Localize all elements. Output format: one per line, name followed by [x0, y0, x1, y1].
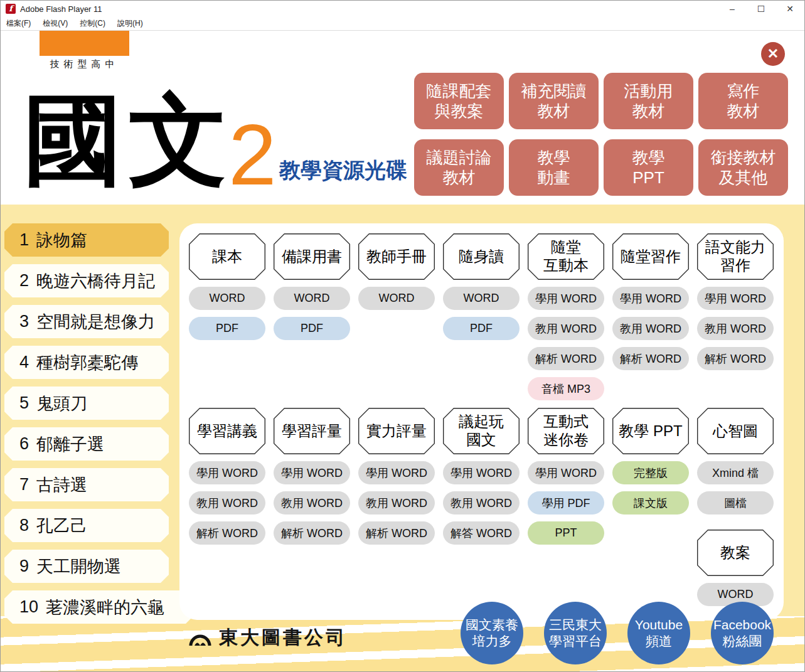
- file-button[interactable]: 教用 WORD: [697, 317, 774, 340]
- publisher-name: 東大圖書公司: [219, 625, 347, 651]
- column-teaching-ppt: 教學 PPT 完整版 課文版: [612, 408, 689, 606]
- file-button[interactable]: WORD: [358, 287, 435, 310]
- sidebar-item-lesson-8[interactable]: 8 孔乙己: [4, 509, 169, 542]
- sidebar-item-lesson-3[interactable]: 3 空間就是想像力: [4, 305, 169, 338]
- category-header-interactive-mini-quiz[interactable]: 互動式 迷你卷: [528, 408, 604, 454]
- file-button[interactable]: 學用 WORD: [189, 461, 265, 484]
- file-button[interactable]: PDF: [274, 317, 350, 340]
- sidebar-item-lesson-4[interactable]: 4 種樹郭橐駝傳: [4, 346, 169, 379]
- sidebar-item-lesson-1[interactable]: 1 詠物篇: [4, 223, 169, 257]
- file-button[interactable]: 學用 WORD: [274, 461, 350, 484]
- flash-player-icon: f: [6, 4, 16, 14]
- file-button[interactable]: PDF: [443, 317, 520, 340]
- file-button[interactable]: WORD: [189, 287, 265, 310]
- file-button[interactable]: 解析 WORD: [189, 521, 265, 545]
- file-button[interactable]: 完整版: [612, 461, 689, 484]
- file-button[interactable]: 學用 WORD: [528, 461, 604, 484]
- file-button[interactable]: 教用 WORD: [358, 491, 435, 515]
- file-button[interactable]: 教用 WORD: [612, 317, 689, 340]
- resource-group-bottom: 學習講義 學用 WORD 教用 WORD 解析 WORD 學習評量 學用 WOR…: [189, 408, 774, 606]
- link-chinese-literacy-button[interactable]: 國文素養 培力多: [461, 602, 523, 664]
- column-proficiency-assessment: 實力評量 學用 WORD 教用 WORD 解析 WORD: [358, 408, 435, 606]
- file-button[interactable]: 學用 WORD: [528, 287, 604, 310]
- close-window-button[interactable]: ✕: [776, 1, 804, 17]
- sidebar-item-lesson-2[interactable]: 2 晚遊六橋待月記: [4, 264, 169, 297]
- menu-file[interactable]: 檔案(F): [6, 18, 31, 29]
- file-button[interactable]: 教用 WORD: [443, 491, 520, 515]
- file-button[interactable]: PPT: [528, 521, 604, 545]
- lesson-sidebar: 1 詠物篇 2 晚遊六橋待月記 3 空間就是想像力 4 種樹郭橐駝傳 5 鬼頭刀…: [4, 223, 199, 631]
- sidebar-item-lesson-9[interactable]: 9 天工開物選: [4, 550, 169, 583]
- category-header-proficiency-assessment[interactable]: 實力評量: [358, 408, 435, 454]
- nav-issue-discussion-button[interactable]: 議題討論 教材: [414, 139, 504, 196]
- file-button[interactable]: 解析 WORD: [274, 521, 350, 545]
- link-learning-platform-button[interactable]: 三民東大 學習平台: [544, 602, 607, 664]
- file-button[interactable]: PDF: [189, 317, 265, 340]
- file-button[interactable]: 解析 WORD: [697, 347, 774, 370]
- file-button[interactable]: 解析 WORD: [358, 521, 435, 545]
- menu-view[interactable]: 檢視(V): [43, 18, 68, 29]
- link-facebook-page-button[interactable]: Facebook 粉絲團: [711, 602, 774, 664]
- category-header-teacher-manual[interactable]: 教師手冊: [358, 233, 435, 280]
- file-button[interactable]: WORD: [274, 287, 350, 310]
- minimize-button[interactable]: –: [718, 1, 747, 17]
- file-button[interactable]: 學用 WORD: [443, 461, 520, 484]
- category-header-teaching-ppt[interactable]: 教學 PPT: [612, 408, 689, 454]
- category-header-language-skill[interactable]: 語文能力 習作: [697, 233, 774, 280]
- file-button[interactable]: 課文版: [612, 491, 689, 515]
- nav-course-package-button[interactable]: 隨課配套 與教案: [414, 73, 504, 129]
- column-lesson-prep-book: 備課用書 WORD PDF: [274, 233, 350, 400]
- page-title: 國文: [23, 90, 234, 189]
- sidebar-item-lesson-6[interactable]: 6 郁離子選: [4, 427, 169, 461]
- publisher-logo: 東大圖書公司: [188, 625, 347, 651]
- category-header-interactive-workbook[interactable]: 隨堂 互動本: [528, 233, 604, 280]
- file-button[interactable]: 教用 WORD: [528, 317, 604, 340]
- category-header-study-notes[interactable]: 學習講義: [189, 408, 265, 454]
- file-button[interactable]: 解析 WORD: [528, 347, 604, 370]
- file-button[interactable]: 學用 WORD: [358, 461, 435, 484]
- file-button[interactable]: 教用 WORD: [274, 491, 350, 515]
- file-button[interactable]: 解答 WORD: [443, 521, 520, 545]
- nav-teaching-animation-button[interactable]: 教學 動畫: [509, 139, 599, 196]
- category-header-lesson-plan[interactable]: 教案: [697, 530, 774, 576]
- category-header-textbook[interactable]: 課本: [189, 233, 265, 280]
- category-header-lesson-prep[interactable]: 備課用書: [274, 233, 350, 280]
- file-button[interactable]: Xmind 檔: [697, 461, 774, 484]
- menu-control[interactable]: 控制(C): [80, 18, 105, 29]
- column-study-assessment: 學習評量 學用 WORD 教用 WORD 解析 WORD: [274, 408, 350, 606]
- file-button[interactable]: 音檔 MP3: [528, 377, 604, 400]
- nav-activity-materials-button[interactable]: 活動用 教材: [604, 73, 693, 129]
- brand-label: 技術型高中: [36, 58, 133, 70]
- file-button[interactable]: 解析 WORD: [612, 347, 689, 370]
- column-mind-map: 心智圖 Xmind 檔 圖檔 教案 WORD: [697, 408, 774, 606]
- file-button[interactable]: 學用 WORD: [612, 287, 689, 310]
- category-header-mind-map[interactable]: 心智圖: [697, 408, 774, 454]
- title-bar: f Adobe Flash Player 11 – ☐ ✕: [1, 1, 804, 17]
- file-button[interactable]: 學用 WORD: [697, 287, 774, 310]
- nav-supplementary-reading-button[interactable]: 補充閱讀 教材: [509, 73, 599, 129]
- link-youtube-channel-button[interactable]: Youtube 頻道: [627, 602, 690, 664]
- sidebar-item-lesson-7[interactable]: 7 古詩選: [4, 468, 169, 501]
- file-button[interactable]: 學用 PDF: [528, 491, 604, 515]
- file-button[interactable]: 教用 WORD: [189, 491, 265, 515]
- window-controls: – ☐ ✕: [718, 1, 804, 17]
- file-button[interactable]: WORD: [443, 287, 520, 310]
- maximize-button[interactable]: ☐: [747, 1, 776, 17]
- sidebar-item-lesson-10[interactable]: 10 荖濃溪畔的六龜: [4, 590, 194, 624]
- brand-logo: [40, 31, 129, 56]
- file-button[interactable]: 圖檔: [697, 491, 774, 515]
- close-button[interactable]: ✕: [761, 42, 785, 66]
- menu-help[interactable]: 說明(H): [117, 18, 143, 29]
- nav-teaching-ppt-button[interactable]: 教學 PPT: [604, 139, 693, 196]
- column-class-workbook: 隨堂習作 學用 WORD 教用 WORD 解析 WORD: [612, 233, 689, 400]
- sidebar-item-lesson-5[interactable]: 5 鬼頭刀: [4, 387, 169, 420]
- flash-player-window: f Adobe Flash Player 11 – ☐ ✕ 檔案(F) 檢視(V…: [0, 0, 805, 672]
- category-header-pocket-reader[interactable]: 隨身讀: [443, 233, 520, 280]
- nav-bridging-materials-button[interactable]: 銜接教材 及其他: [698, 139, 788, 196]
- category-header-issue-fun-chinese[interactable]: 議起玩 國文: [443, 408, 520, 454]
- category-header-study-assessment[interactable]: 學習評量: [274, 408, 350, 454]
- nav-writing-materials-button[interactable]: 寫作 教材: [698, 73, 788, 129]
- close-icon: ✕: [767, 46, 779, 62]
- category-header-class-workbook[interactable]: 隨堂習作: [612, 233, 689, 280]
- menu-bar: 檔案(F) 檢視(V) 控制(C) 說明(H): [1, 17, 804, 31]
